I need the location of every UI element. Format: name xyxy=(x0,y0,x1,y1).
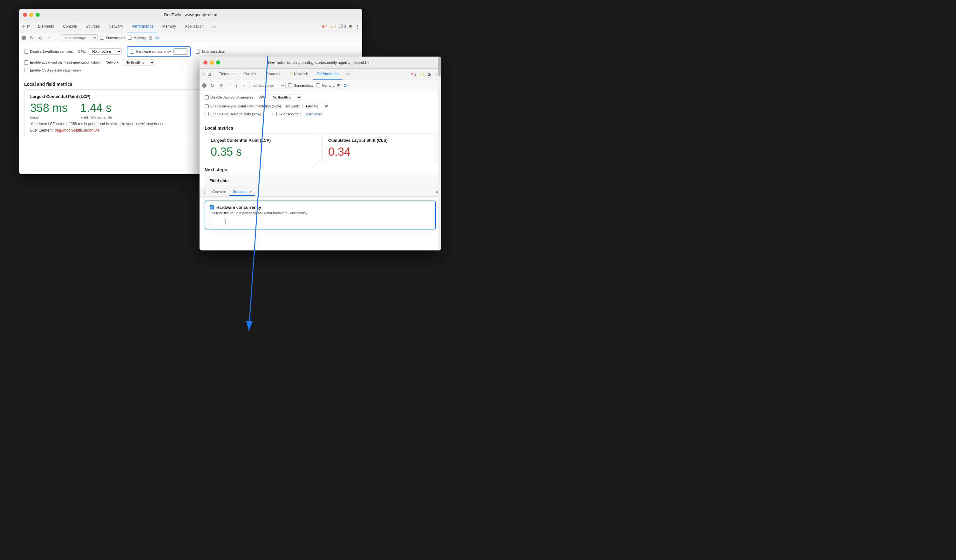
panel-dots-icon[interactable]: ⋮ xyxy=(202,189,206,195)
fg-screenshots-checkbox-label[interactable]: Screenshots xyxy=(288,83,313,87)
hw-concurrency-checkbox[interactable] xyxy=(130,50,134,54)
fg-disable-js-checkbox[interactable] xyxy=(204,95,209,99)
fg-metrics-area: Local metrics Largest Contentful Paint (… xyxy=(200,126,441,192)
fg-download-button[interactable]: ↓ xyxy=(234,82,239,89)
fg-settings-icon[interactable]: ⚙ xyxy=(427,72,431,77)
fg-home-button[interactable]: ⌂ xyxy=(241,82,247,89)
panel-tab-console[interactable]: Console xyxy=(209,189,230,195)
clear-button[interactable]: ⊘ xyxy=(38,35,44,41)
fg-tab-sources[interactable]: Sources xyxy=(263,69,284,80)
fg-memory-checkbox[interactable] xyxy=(316,83,320,87)
fg-lcp-title: Largest Contentful Paint (LCP) xyxy=(211,138,312,143)
disable-js-checkbox[interactable] xyxy=(24,50,28,54)
network-throttle-select[interactable]: No throttling xyxy=(122,59,155,66)
fg-tab-bar: ⊹ ⊡ Elements Console Sources ⚠ Network P… xyxy=(200,69,441,80)
fg-upload-button[interactable]: ↑ xyxy=(227,82,232,89)
bg-maximize-button[interactable] xyxy=(36,13,40,17)
fg-enable-css-label[interactable]: Enable CSS selector stats (slow) xyxy=(204,112,261,116)
fg-refresh-button[interactable]: ↻ xyxy=(209,82,215,89)
fg-close-button[interactable] xyxy=(203,60,208,64)
cpu-control: CPU: No throttling xyxy=(78,48,122,55)
download-button[interactable]: ↓ xyxy=(54,35,58,41)
refresh-button[interactable]: ↻ xyxy=(28,35,35,41)
screenshots-checkbox[interactable] xyxy=(100,36,104,40)
fg-recordings-select[interactable]: no recordings xyxy=(249,82,286,89)
error-icon: ⊗ xyxy=(322,25,325,28)
tab-elements[interactable]: Elements xyxy=(34,21,58,32)
fg-memory-checkbox-label[interactable]: Memory xyxy=(316,83,335,87)
fg-minimize-button[interactable] xyxy=(210,60,214,64)
fg-enable-paint-label[interactable]: Enable advanced paint instrumentation (s… xyxy=(204,104,281,109)
enable-css-label[interactable]: Enable CSS selector stats (slow) xyxy=(24,68,81,72)
fg-cpu-throttle-select[interactable]: No throttling xyxy=(269,94,302,101)
enable-css-checkbox[interactable] xyxy=(24,68,28,72)
hw-concurrency-label[interactable]: Hardware concurrency xyxy=(130,50,171,54)
fg-network-throttle-select[interactable]: Fast 4G xyxy=(302,103,329,109)
hw-panel-input[interactable]: 10 xyxy=(210,218,226,225)
bg-close-button[interactable] xyxy=(23,13,27,17)
sensors-tab-close[interactable]: ✕ xyxy=(249,190,252,193)
fg-local-title: Local metrics xyxy=(204,126,436,131)
tab-sources[interactable]: Sources xyxy=(82,21,104,32)
enable-paint-checkbox[interactable] xyxy=(24,60,28,64)
tab-more[interactable]: >> xyxy=(209,23,218,30)
bg-traffic-lights xyxy=(23,13,40,17)
fg-scrollbar-thumb[interactable] xyxy=(438,57,441,76)
lcp-field-label: Field 75th percentile xyxy=(80,115,112,119)
settings-blue-icon[interactable]: ⚙ xyxy=(155,35,159,40)
settings-icon[interactable]: ⚙ xyxy=(349,24,353,29)
tab-memory[interactable]: Memory xyxy=(159,21,180,32)
lcp-element-value[interactable]: img#moon-static.moonCta xyxy=(55,128,99,132)
record-button[interactable] xyxy=(22,36,26,40)
hw-concurrency-input[interactable]: 10 xyxy=(173,48,187,55)
bg-minimize-button[interactable] xyxy=(29,13,33,17)
tab-console[interactable]: Console xyxy=(59,21,81,32)
upload-button[interactable]: ↑ xyxy=(46,35,51,41)
screenshots-checkbox-label[interactable]: Screenshots xyxy=(100,36,125,40)
cpu-throttle-select[interactable]: No throttling xyxy=(89,48,122,55)
fg-tab-network[interactable]: ⚠ Network xyxy=(285,69,312,80)
fg-scrollbar[interactable] xyxy=(438,57,441,250)
fg-tab-elements[interactable]: Elements xyxy=(215,69,238,80)
hw-panel-checkbox[interactable] xyxy=(210,205,214,209)
tab-network[interactable]: Network xyxy=(105,21,126,32)
lcp-local-value: 358 ms xyxy=(30,101,68,115)
fg-tab-more[interactable]: >> xyxy=(344,71,353,78)
fg-tab-performance[interactable]: Performance xyxy=(313,69,343,80)
network-control: Network: No throttling xyxy=(106,59,155,66)
fg-disable-js-label[interactable]: Disable JavaScript samples xyxy=(204,95,253,99)
fg-tab-console[interactable]: Console xyxy=(239,69,261,80)
enable-paint-label[interactable]: Enable advanced paint instrumentation (s… xyxy=(24,60,101,64)
disable-js-label[interactable]: Disable JavaScript samples xyxy=(24,50,73,54)
bg-tab-bar: ⊹ ⊡ Elements Console Sources Network Per… xyxy=(19,21,362,32)
tab-performance[interactable]: Performance xyxy=(128,21,157,32)
panel-tab-sensors[interactable]: Sensors ✕ xyxy=(230,188,255,196)
fg-screenshots-checkbox[interactable] xyxy=(288,83,292,87)
fg-learn-more[interactable]: Learn more xyxy=(304,112,322,116)
fg-titlebar: DevTools - emscripten-dbg-stories.netlif… xyxy=(200,57,441,69)
fg-enable-css-checkbox[interactable] xyxy=(204,112,209,116)
fg-cpu-icon: ⊞ xyxy=(337,83,341,88)
recordings-select[interactable]: no recordings xyxy=(61,34,97,41)
next-steps-title: Next steps xyxy=(204,167,436,172)
fg-error-badge: ⊗ 1 xyxy=(410,72,416,76)
extension-data-checkbox[interactable] xyxy=(196,50,200,54)
fg-clear-button[interactable]: ⊘ xyxy=(218,82,224,89)
fg-extension-data-label[interactable]: Extension data Learn more xyxy=(273,112,322,116)
lcp-local-label: Local xyxy=(30,115,68,119)
fg-settings-blue-icon[interactable]: ⚙ xyxy=(343,83,347,88)
extension-data-label[interactable]: Extension data xyxy=(196,50,225,54)
bg-window-title: DevTools - www.google.com/ xyxy=(164,13,217,17)
memory-checkbox-label[interactable]: Memory xyxy=(128,36,146,40)
memory-checkbox[interactable] xyxy=(128,36,132,40)
lcp-field-value: 1.44 s xyxy=(80,101,112,115)
fg-enable-paint-checkbox[interactable] xyxy=(204,104,209,109)
fg-extension-data-checkbox[interactable] xyxy=(273,112,277,116)
fg-record-button[interactable] xyxy=(202,83,206,88)
field-data-title: Field data xyxy=(209,178,431,183)
fg-maximize-button[interactable] xyxy=(216,60,220,64)
tab-application[interactable]: Application xyxy=(181,21,208,32)
fg-devtools-window: DevTools - emscripten-dbg-stories.netlif… xyxy=(200,57,441,250)
info-icon: 💬 xyxy=(339,25,343,28)
more-icon[interactable]: ⋮ xyxy=(355,24,360,29)
